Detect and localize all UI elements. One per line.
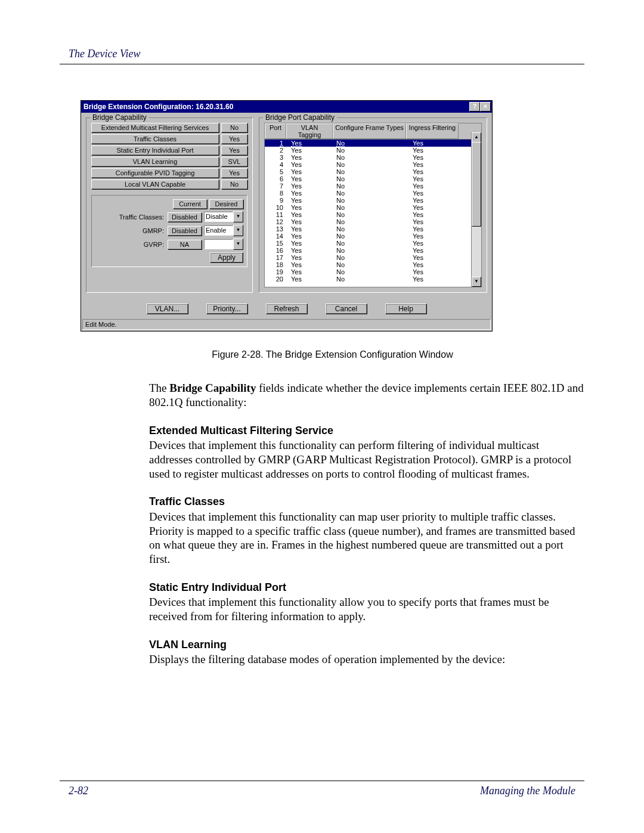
setting-desired-input[interactable]: Enable (204, 225, 233, 236)
table-row[interactable]: 7YesNoYes (265, 182, 481, 190)
ingress-filtering-cell: Yes (407, 204, 462, 211)
table-row[interactable]: 14YesNoYes (265, 233, 481, 240)
titlebar[interactable]: Bridge Extension Configuration: 16.20.31… (81, 101, 492, 113)
setting-label: GMRP: (95, 227, 168, 234)
vlan-tagging-cell: Yes (285, 268, 335, 275)
status-bar: Edit Mode. (82, 319, 491, 330)
close-icon[interactable]: × (480, 102, 491, 112)
table-row[interactable]: 11YesNoYes (265, 211, 481, 218)
scroll-thumb[interactable] (472, 142, 481, 227)
scroll-down-icon[interactable]: ▼ (472, 277, 481, 287)
table-row[interactable]: 2YesNoYes (265, 147, 481, 154)
vlan-tagging-cell: Yes (285, 275, 335, 283)
ingress-filtering-cell: Yes (407, 175, 462, 182)
port-cell: 7 (265, 182, 285, 190)
dropdown-arrow-icon[interactable]: ▼ (233, 211, 243, 222)
priority-button[interactable]: Priority... (206, 304, 248, 314)
capability-value: Yes (221, 145, 247, 155)
cancel-button[interactable]: Cancel (326, 304, 367, 314)
port-cell: 11 (265, 211, 285, 218)
desired-header: Desired (209, 199, 243, 209)
table-row[interactable]: 12YesNoYes (265, 218, 481, 225)
table-row[interactable]: 15YesNoYes (265, 240, 481, 247)
window-title: Bridge Extension Configuration: 16.20.31… (83, 103, 233, 111)
refresh-button[interactable]: Refresh (266, 304, 308, 314)
table-row[interactable]: 16YesNoYes (265, 247, 481, 254)
configure-frame-types-cell: No (335, 268, 407, 275)
port-table[interactable]: Port VLAN Tagging Configure Frame Types … (264, 123, 482, 287)
apply-button[interactable]: Apply (210, 252, 243, 263)
footer: 2-82 Managing the Module (60, 776, 584, 797)
setting-current: Disabled (168, 226, 202, 236)
table-row[interactable]: 4YesNoYes (265, 161, 481, 168)
configure-frame-types-cell: No (335, 225, 407, 233)
capability-value: SVL (221, 157, 247, 166)
capability-row: VLAN LearningSVL (91, 157, 247, 166)
ingress-filtering-cell: Yes (407, 247, 462, 254)
port-cell: 8 (265, 190, 285, 197)
table-row[interactable]: 3YesNoYes (265, 154, 481, 161)
vlan-tagging-cell: Yes (285, 233, 335, 240)
port-cell: 16 (265, 247, 285, 254)
table-row[interactable]: 19YesNoYes (265, 268, 481, 275)
setting-row: GMRP:DisabledEnable▼ (95, 225, 243, 236)
help-button[interactable]: Help (385, 304, 427, 314)
ingress-filtering-cell: Yes (407, 225, 462, 233)
help-icon[interactable]: ? (469, 102, 480, 112)
configure-frame-types-cell: No (335, 147, 407, 154)
vlan-button[interactable]: VLAN... (147, 304, 188, 314)
capability-row: Static Entry Individual PortYes (91, 145, 247, 155)
table-row[interactable]: 18YesNoYes (265, 261, 481, 268)
configure-frame-types-cell: No (335, 154, 407, 161)
scroll-up-icon[interactable]: ▲ (472, 132, 481, 143)
vlan-tagging-cell: Yes (285, 254, 335, 261)
vlan-tagging-cell: Yes (285, 147, 335, 154)
page-number: 2-82 (69, 785, 88, 797)
ingress-filtering-cell: Yes (407, 154, 462, 161)
group-legend: Bridge Capability (90, 113, 149, 122)
dialog-window: Bridge Extension Configuration: 16.20.31… (80, 100, 493, 332)
port-cell: 1 (265, 140, 285, 147)
vlan-tagging-cell: Yes (285, 204, 335, 211)
table-row[interactable]: 9YesNoYes (265, 197, 481, 204)
table-row[interactable]: 5YesNoYes (265, 168, 481, 175)
table-row[interactable]: 13YesNoYes (265, 225, 481, 233)
configure-frame-types-cell: No (335, 240, 407, 247)
col-configure-frame-types-header[interactable]: Configure Frame Types (333, 123, 406, 139)
vlan-tagging-cell: Yes (285, 197, 335, 204)
table-row[interactable]: 8YesNoYes (265, 190, 481, 197)
vlan-tagging-cell: Yes (285, 240, 335, 247)
section-heading: VLAN Learning (149, 638, 584, 652)
configure-frame-types-cell: No (335, 204, 407, 211)
capability-label: Traffic Classes (91, 134, 219, 144)
ingress-filtering-cell: Yes (407, 233, 462, 240)
table-row[interactable]: 20YesNoYes (265, 275, 481, 283)
setting-desired-input[interactable] (204, 239, 233, 249)
configure-frame-types-cell: No (335, 247, 407, 254)
dropdown-arrow-icon[interactable]: ▼ (233, 239, 243, 250)
port-cell: 12 (265, 218, 285, 225)
table-row[interactable]: 6YesNoYes (265, 175, 481, 182)
ingress-filtering-cell: Yes (407, 140, 462, 147)
configure-frame-types-cell: No (335, 168, 407, 175)
port-cell: 4 (265, 161, 285, 168)
capability-row: Configurable PVID TaggingYes (91, 168, 247, 178)
paragraph: Displays the filtering database modes of… (149, 652, 584, 667)
port-cell: 13 (265, 225, 285, 233)
capability-value: No (221, 123, 247, 132)
section-heading: Traffic Classes (149, 495, 584, 509)
configure-frame-types-cell: No (335, 161, 407, 168)
table-row[interactable]: 17YesNoYes (265, 254, 481, 261)
col-vlan-tagging-header[interactable]: VLAN Tagging (286, 123, 333, 139)
scrollbar[interactable]: ▲ ▼ (471, 132, 481, 287)
capability-label: Extended Multicast Filtering Services (91, 123, 219, 132)
table-row[interactable]: 10YesNoYes (265, 204, 481, 211)
col-port-header[interactable]: Port (265, 123, 286, 139)
setting-desired-input[interactable]: Disable (204, 212, 233, 222)
paragraph: Devices that implement this functionalit… (149, 510, 584, 566)
vlan-tagging-cell: Yes (285, 261, 335, 268)
table-row[interactable]: 1YesNoYes (265, 140, 481, 147)
configure-frame-types-cell: No (335, 261, 407, 268)
col-ingress-filtering-header[interactable]: Ingress Filtering (406, 123, 459, 139)
dropdown-arrow-icon[interactable]: ▼ (233, 225, 243, 236)
